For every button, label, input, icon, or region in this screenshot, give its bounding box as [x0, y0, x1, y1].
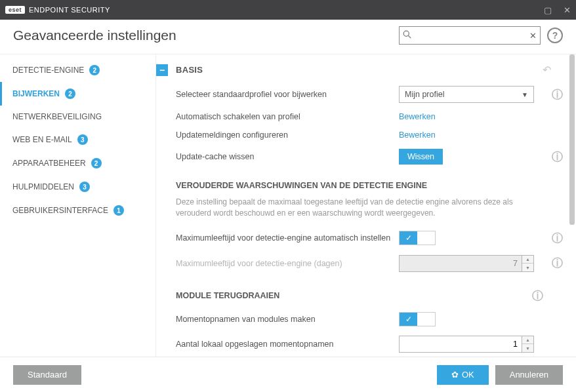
- label: Aantal lokaal opgeslagen momentopnamen: [176, 340, 399, 349]
- info-icon[interactable]: ⓘ: [547, 256, 567, 271]
- sidebar-item-label: APPARAATBEHEER: [12, 159, 86, 168]
- profile-dropdown[interactable]: Mijn profiel ▼: [399, 86, 534, 103]
- spinner-down-icon: ▼: [522, 264, 533, 271]
- label: Automatisch schakelen van profiel: [176, 112, 399, 121]
- help-button[interactable]: ?: [547, 28, 563, 43]
- svg-line-1: [409, 36, 411, 39]
- section-rollback-header: MODULE TERUGDRAAIEN ⓘ: [156, 277, 567, 307]
- subsection-title: MODULE TERUGDRAAIEN: [176, 291, 279, 300]
- ok-button[interactable]: ✿ OK: [437, 365, 489, 385]
- sidebar: DETECTIE-ENGINE 2 BIJWERKEN 2 NETWERKBEV…: [0, 54, 156, 357]
- brand: eset ENDPOINT SECURITY: [5, 6, 110, 14]
- dropdown-value: Mijn profiel: [405, 90, 444, 99]
- toggle-auto-max-age[interactable]: ✓: [399, 231, 436, 245]
- cancel-button[interactable]: Annuleren: [495, 365, 563, 385]
- sidebar-badge: 3: [79, 182, 90, 192]
- sidebar-item-web-email[interactable]: WEB EN E-MAIL 3: [0, 128, 155, 151]
- row-max-age-days: Maximumleeftijd voor detectie-engine (da…: [156, 250, 567, 277]
- section-outdated-header: VEROUDERDE WAARSCHUWINGEN VAN DE DETECTI…: [156, 169, 567, 194]
- row-make-snapshots: Momentopnamen van modules maken ✓: [156, 307, 567, 331]
- window-controls: ▢ ✕: [544, 5, 571, 15]
- spinner-down-icon[interactable]: ▼: [522, 344, 533, 352]
- row-default-profile: Selecteer standaardprofiel voor bijwerke…: [156, 81, 567, 108]
- sidebar-item-update[interactable]: BIJWERKEN 2: [0, 82, 155, 106]
- sidebar-badge: 2: [65, 88, 75, 99]
- check-icon: ✓: [400, 231, 417, 245]
- info-icon[interactable]: ⓘ: [547, 231, 567, 246]
- label: Selecteer standaardprofiel voor bijwerke…: [176, 90, 399, 99]
- spinner-up-icon: ▲: [522, 256, 533, 264]
- section-basic-header[interactable]: − BASIS ↶: [156, 58, 567, 81]
- snapshot-count-spinner[interactable]: ▲▼: [399, 336, 534, 353]
- label: Maximumleeftijd voor detectie-engine (da…: [176, 259, 399, 268]
- edit-link[interactable]: Bewerken: [399, 130, 436, 140]
- row-local-snapshot-count: Aantal lokaal opgeslagen momentopnamen ▲…: [156, 331, 567, 357]
- search-input[interactable]: [399, 26, 541, 45]
- sidebar-badge: 2: [91, 158, 102, 168]
- info-icon[interactable]: ⓘ: [547, 149, 567, 165]
- revert-icon[interactable]: ↶: [543, 64, 551, 76]
- page-title: Geavanceerde instellingen: [13, 28, 176, 43]
- row-auto-max-age: Maximumleeftijd voor detectie-engine aut…: [156, 226, 567, 250]
- sidebar-item-device-control[interactable]: APPARAATBEHEER 2: [0, 151, 155, 175]
- search-box: ✕: [399, 26, 541, 45]
- collapse-icon[interactable]: −: [156, 64, 168, 76]
- ok-label: OK: [462, 370, 474, 380]
- clear-button[interactable]: Wissen: [399, 149, 443, 165]
- label: Momentopnamen van modules maken: [176, 315, 399, 324]
- snapshot-count-input[interactable]: [399, 336, 522, 353]
- clear-search-icon[interactable]: ✕: [529, 31, 537, 41]
- sidebar-badge: 1: [113, 205, 124, 216]
- section-title: BASIS: [176, 65, 203, 75]
- footer: Standaard ✿ OK Annuleren: [0, 357, 576, 392]
- default-button[interactable]: Standaard: [13, 365, 81, 385]
- sidebar-item-label: HULPMIDDELEN: [12, 182, 74, 191]
- max-age-spinner: ▲▼: [399, 255, 534, 272]
- search-icon: [403, 30, 411, 41]
- content-pane: − BASIS ↶ Selecteer standaardprofiel voo…: [156, 54, 576, 357]
- row-notifications: Updatemeldingen configureren Bewerken: [156, 126, 567, 144]
- maximize-icon[interactable]: ▢: [544, 5, 552, 15]
- label: Maximumleeftijd voor detectie-engine aut…: [176, 233, 399, 243]
- sidebar-item-detection-engine[interactable]: DETECTIE-ENGINE 2: [0, 58, 155, 82]
- sidebar-item-label: BIJWERKEN: [12, 89, 60, 98]
- toggle-snapshots[interactable]: ✓: [399, 312, 436, 326]
- info-icon[interactable]: ⓘ: [547, 87, 567, 102]
- max-age-input: [399, 255, 522, 272]
- info-icon[interactable]: ⓘ: [527, 288, 547, 304]
- edit-link[interactable]: Bewerken: [399, 112, 436, 121]
- row-auto-switch: Automatisch schakelen van profiel Bewerk…: [156, 108, 567, 126]
- sidebar-badge: 3: [77, 134, 88, 145]
- row-clear-cache: Update-cache wissen Wissen ⓘ: [156, 144, 567, 169]
- section-desc: Deze instelling bepaalt de maximaal toeg…: [156, 194, 550, 226]
- sidebar-item-label: DETECTIE-ENGINE: [12, 66, 84, 75]
- gear-icon: ✿: [451, 370, 459, 380]
- sidebar-item-ui[interactable]: GEBRUIKERSINTERFACE 1: [0, 199, 155, 222]
- chevron-down-icon: ▼: [522, 91, 528, 98]
- check-icon: ✓: [400, 313, 417, 326]
- label: Update-cache wissen: [176, 152, 399, 161]
- sidebar-item-label: GEBRUIKERSINTERFACE: [12, 206, 108, 215]
- sidebar-badge: 2: [89, 65, 100, 75]
- product-name: ENDPOINT SECURITY: [29, 6, 110, 14]
- close-icon[interactable]: ✕: [564, 5, 571, 15]
- subsection-title: VEROUDERDE WAARSCHUWINGEN VAN DE DETECTI…: [176, 181, 427, 190]
- svg-point-0: [403, 31, 409, 36]
- sidebar-item-network[interactable]: NETWERKBEVEILIGING: [0, 106, 155, 128]
- sidebar-item-label: WEB EN E-MAIL: [12, 135, 72, 144]
- label: Updatemeldingen configureren: [176, 130, 399, 140]
- scrollbar[interactable]: [569, 54, 575, 357]
- brand-badge: eset: [5, 6, 25, 14]
- titlebar: eset ENDPOINT SECURITY ▢ ✕: [0, 0, 576, 20]
- spinner-up-icon[interactable]: ▲: [522, 336, 533, 345]
- sidebar-item-label: NETWERKBEVEILIGING: [12, 112, 102, 121]
- header-bar: Geavanceerde instellingen ✕ ?: [0, 20, 576, 54]
- sidebar-item-tools[interactable]: HULPMIDDELEN 3: [0, 175, 155, 199]
